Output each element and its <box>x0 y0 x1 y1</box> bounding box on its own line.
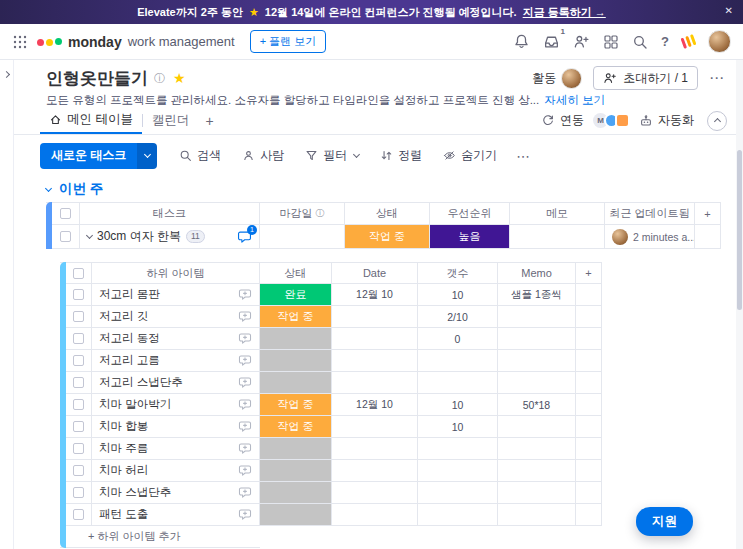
subitem-row[interactable]: 치마 주름 <box>60 438 602 460</box>
invite-button[interactable]: 초대하기 / 1 <box>593 66 698 90</box>
search-icon[interactable] <box>632 34 648 50</box>
see-plans-button[interactable]: + 플랜 보기 <box>250 30 327 53</box>
integrate-button[interactable]: 연동 <box>541 112 584 129</box>
column-status[interactable]: 상태 <box>345 202 430 225</box>
subitem-row[interactable]: 저고리 깃 작업 중 2/10 <box>60 306 602 328</box>
subitem-memo-cell[interactable] <box>498 504 576 526</box>
subitem-name-cell[interactable]: 패턴 도출 <box>92 504 260 526</box>
subitem-name[interactable]: 패턴 도출 <box>99 507 148 522</box>
subitem-name-cell[interactable]: 치마 합봉 <box>92 416 260 438</box>
subitem-status-cell[interactable] <box>260 504 332 526</box>
subitem-name-cell[interactable]: 저고리 고름 <box>92 350 260 372</box>
subitem-row[interactable]: 치마 합봉 작업 중 10 <box>60 416 602 438</box>
subitem-memo-cell[interactable] <box>498 372 576 394</box>
subitem-memo-cell[interactable] <box>498 416 576 438</box>
column-subitem[interactable]: 하위 아이템 <box>92 262 260 284</box>
group-header[interactable]: 이번 주 <box>46 180 103 198</box>
add-chat-icon[interactable] <box>238 398 252 411</box>
subitems-select-all-checkbox[interactable] <box>73 268 84 279</box>
item-checkbox[interactable] <box>60 231 71 242</box>
scrollbar-thumb[interactable] <box>737 150 742 310</box>
add-chat-icon[interactable] <box>238 310 252 323</box>
add-subitem-label[interactable]: + 하위 아이템 추가 <box>88 529 181 544</box>
add-chat-icon[interactable] <box>238 442 252 455</box>
subitem-checkbox[interactable] <box>73 487 84 498</box>
subitem-name[interactable]: 저고리 깃 <box>99 309 148 324</box>
apps-grid-icon[interactable] <box>603 34 619 50</box>
select-all-checkbox[interactable] <box>60 208 71 219</box>
item-row[interactable]: 30cm 여자 한복 11 1 작업 중 높음 2 minutes a... <box>46 225 721 249</box>
subitem-date-cell[interactable]: 12월 10 <box>332 284 418 306</box>
integration-app-icon-orange[interactable] <box>615 113 630 128</box>
toolbar-more-icon[interactable]: ⋯ <box>509 143 538 169</box>
subitem-count-cell[interactable]: 10 <box>418 394 498 416</box>
subitem-name-cell[interactable]: 치마 스냅단추 <box>92 482 260 504</box>
column-subitem-count[interactable]: 갯수 <box>418 262 498 284</box>
board-menu-icon[interactable]: ⋯ <box>709 69 725 87</box>
item-checkbox-cell[interactable] <box>46 225 80 249</box>
add-chat-icon[interactable] <box>238 420 252 433</box>
add-subitem-row[interactable]: + 하위 아이템 추가 <box>60 526 602 548</box>
subitem-name[interactable]: 치마 합봉 <box>99 419 148 434</box>
subitem-status-cell[interactable] <box>260 328 332 350</box>
subitem-name[interactable]: 치마 주름 <box>99 441 148 456</box>
collapse-header-button[interactable] <box>707 111 727 131</box>
activity-button[interactable]: 활동 <box>532 68 582 89</box>
subitem-checkbox[interactable] <box>73 377 84 388</box>
help-icon[interactable]: ? <box>661 34 669 49</box>
subitem-status-cell[interactable]: 작업 중 <box>260 306 332 328</box>
products-switcher-icon[interactable] <box>681 34 697 49</box>
item-priority-cell[interactable]: 높음 <box>430 225 510 249</box>
subitem-checkbox-cell[interactable] <box>60 284 92 306</box>
subitem-status-cell[interactable] <box>260 350 332 372</box>
subitem-memo-cell[interactable]: 50*18 <box>498 394 576 416</box>
subitem-memo-cell[interactable] <box>498 438 576 460</box>
tab-calendar[interactable]: 캘린더 <box>143 107 199 134</box>
support-button[interactable]: 지원 <box>636 507 693 536</box>
subitem-memo-cell[interactable]: 샘플 1종씩 <box>498 284 576 306</box>
subitem-checkbox-cell[interactable] <box>60 504 92 526</box>
add-chat-icon[interactable] <box>238 288 252 301</box>
collapse-group-icon[interactable] <box>45 184 52 191</box>
subitem-date-cell[interactable] <box>332 372 418 394</box>
monday-logo[interactable]: monday work management <box>37 34 235 50</box>
subitem-checkbox[interactable] <box>73 355 84 366</box>
search-button[interactable]: 검색 <box>170 142 230 169</box>
subitem-status-cell[interactable]: 작업 중 <box>260 416 332 438</box>
subitem-name[interactable]: 저고리 몸판 <box>99 287 160 302</box>
automate-button[interactable]: 자동화 <box>639 112 694 129</box>
subitem-date-cell[interactable] <box>332 350 418 372</box>
inbox-icon[interactable]: 1 <box>543 33 560 50</box>
add-column-button[interactable]: + <box>695 202 721 225</box>
new-task-dropdown-icon[interactable] <box>137 143 157 169</box>
subitem-status-cell[interactable] <box>260 438 332 460</box>
subitem-row[interactable]: 치마 스냅단추 <box>60 482 602 504</box>
waffle-menu-icon[interactable] <box>12 34 28 50</box>
subitem-checkbox-cell[interactable] <box>60 460 92 482</box>
person-filter-button[interactable]: 사람 <box>233 142 293 169</box>
subitem-memo-cell[interactable] <box>498 482 576 504</box>
add-chat-icon[interactable] <box>238 464 252 477</box>
hide-columns-button[interactable]: 숨기기 <box>434 142 506 169</box>
subitem-checkbox[interactable] <box>73 333 84 344</box>
subitem-name[interactable]: 저고리 스냅단추 <box>99 375 183 390</box>
subitem-memo-cell[interactable] <box>498 306 576 328</box>
item-status-cell[interactable]: 작업 중 <box>345 225 430 249</box>
subitem-row[interactable]: 저고리 몸판 완료 12월 10 10 샘플 1종씩 <box>60 284 602 306</box>
subitem-name[interactable]: 치마 말아박기 <box>99 397 171 412</box>
column-priority[interactable]: 우선순위 <box>430 202 510 225</box>
subitem-row[interactable]: 저고리 동정 0 <box>60 328 602 350</box>
subitem-date-cell[interactable] <box>332 328 418 350</box>
item-due-cell[interactable] <box>260 225 345 249</box>
item-name[interactable]: 30cm 여자 한복 <box>97 228 181 245</box>
subitem-count-cell[interactable] <box>418 482 498 504</box>
subitem-status-cell[interactable]: 완료 <box>260 284 332 306</box>
subitem-name-cell[interactable]: 저고리 동정 <box>92 328 260 350</box>
subitem-date-cell[interactable] <box>332 416 418 438</box>
subitem-date-cell[interactable] <box>332 504 418 526</box>
column-subitem-memo[interactable]: Memo <box>498 262 576 284</box>
subitem-row[interactable]: 치마 말아박기 작업 중 12월 10 10 50*18 <box>60 394 602 416</box>
subitem-row[interactable]: 저고리 스냅단추 <box>60 372 602 394</box>
subitem-checkbox[interactable] <box>73 311 84 322</box>
subitem-checkbox-cell[interactable] <box>60 372 92 394</box>
